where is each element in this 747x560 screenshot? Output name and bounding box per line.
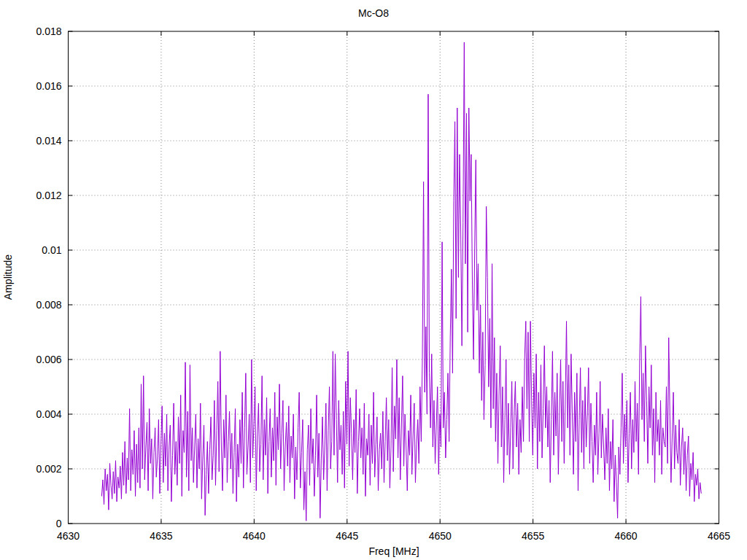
x-tick-label: 4650 xyxy=(429,530,452,542)
y-tick-label: 0.016 xyxy=(36,80,61,92)
x-tick-label: 4665 xyxy=(708,530,730,542)
x-tick-label: 4660 xyxy=(614,530,637,542)
plot-area: 4630463546404645465046554660466500.0020.… xyxy=(0,0,747,560)
x-tick-label: 4635 xyxy=(150,530,172,542)
x-tick-label: 4645 xyxy=(336,530,358,542)
y-tick-label: 0.002 xyxy=(36,463,61,475)
y-tick-label: 0.014 xyxy=(36,135,61,147)
y-tick-label: 0.018 xyxy=(36,26,61,37)
x-tick-label: 4655 xyxy=(522,530,544,542)
x-tick-label: 4640 xyxy=(243,530,266,542)
y-tick-label: 0.006 xyxy=(36,354,61,365)
chart-figure: Mc-O8 Amplitude Freq [MHz] 4630463546404… xyxy=(0,0,747,560)
x-tick-label: 4630 xyxy=(57,530,80,542)
y-tick-label: 0.012 xyxy=(36,190,61,201)
series-line xyxy=(101,42,701,521)
y-tick-label: 0.008 xyxy=(36,299,61,311)
y-tick-label: 0.004 xyxy=(36,408,61,420)
y-tick-label: 0.01 xyxy=(42,244,61,256)
y-tick-label: 0 xyxy=(56,518,62,529)
